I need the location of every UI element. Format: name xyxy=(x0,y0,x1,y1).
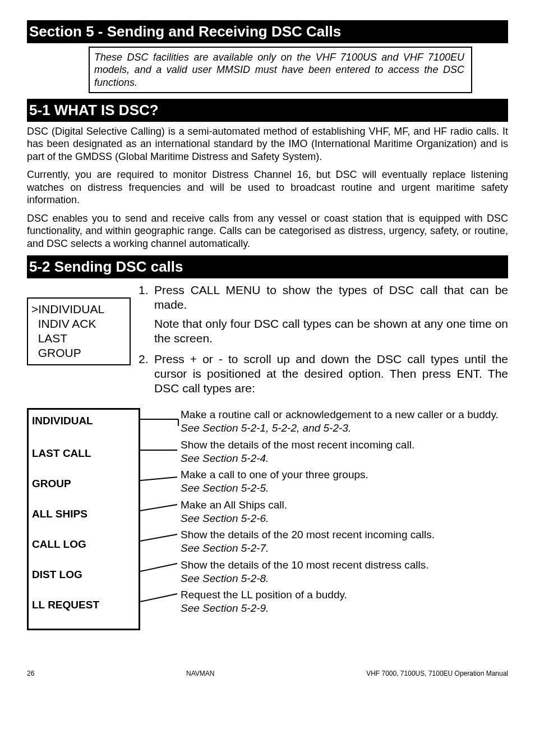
type-group: GROUP xyxy=(32,477,139,507)
desc-call-log: Show the details of the 20 most recent i… xyxy=(140,528,508,555)
desc-call-log-ref: See Section 5-2-7. xyxy=(181,542,508,555)
desc-group-ref: See Section 5-2-5. xyxy=(181,482,508,495)
steps-row: >INDIVIDUAL INDIV ACK LAST GROUP 1. Pres… xyxy=(27,283,508,401)
page-footer: 26 NAVMAN VHF 7000, 7100US, 7100EU Opera… xyxy=(27,670,508,678)
type-call-log: CALL LOG xyxy=(32,538,139,568)
step-2: 2. Press + or - to scroll up and down th… xyxy=(139,352,508,396)
paragraph-2: Currently, you are required to monitor D… xyxy=(27,168,508,207)
desc-ll-request: Request the LL position of a buddy. See … xyxy=(140,588,508,615)
section-title: Section 5 - Sending and Receiving DSC Ca… xyxy=(27,20,508,43)
desc-ll-request-text: Request the LL position of a buddy. xyxy=(181,588,508,602)
type-dist-log: DIST LOG xyxy=(32,568,139,598)
step-2-text: Press + or - to scroll up and down the D… xyxy=(154,352,508,396)
step-2-number: 2. xyxy=(139,352,154,396)
desc-ll-request-ref: See Section 5-2-9. xyxy=(181,602,508,615)
desc-last-call-ref: See Section 5-2-4. xyxy=(181,452,508,465)
desc-all-ships: Make an All Ships call. See Section 5-2-… xyxy=(140,498,508,525)
step-1-note: Note that only four DSC call types can b… xyxy=(154,317,508,346)
desc-all-ships-ref: See Section 5-2-6. xyxy=(181,512,508,525)
heading-5-1: 5-1 WHAT IS DSC? xyxy=(27,99,508,122)
paragraph-1: DSC (Digital Selective Calling) is a sem… xyxy=(27,125,508,163)
desc-all-ships-text: Make an All Ships call. xyxy=(181,498,508,512)
desc-group: Make a call to one of your three groups.… xyxy=(140,468,508,495)
call-types-descriptions: Make a routine call or acknowledgement t… xyxy=(140,408,508,630)
type-ll-request: LL REQUEST xyxy=(32,598,139,625)
step-1-text: Press CALL MENU to show the types of DSC… xyxy=(154,283,508,313)
desc-dist-log-ref: See Section 5-2-8. xyxy=(181,572,508,585)
desc-individual-ref: See Section 5-2-1, 5-2-2, and 5-2-3. xyxy=(181,422,351,434)
paragraph-3: DSC enables you to send and receive call… xyxy=(27,212,508,250)
page-number: 26 xyxy=(27,670,34,678)
desc-call-log-text: Show the details of the 20 most recent i… xyxy=(181,528,508,542)
call-types-list: INDIVIDUAL LAST CALL GROUP ALL SHIPS CAL… xyxy=(27,408,140,630)
type-last-call: LAST CALL xyxy=(32,447,139,477)
desc-last-call-text: Show the details of the most recent inco… xyxy=(181,438,508,452)
type-individual: INDIVIDUAL xyxy=(32,414,139,447)
desc-group-text: Make a call to one of your three groups. xyxy=(181,468,508,482)
call-types-table: INDIVIDUAL LAST CALL GROUP ALL SHIPS CAL… xyxy=(27,408,508,630)
lcd-menu-box: >INDIVIDUAL INDIV ACK LAST GROUP xyxy=(27,297,131,365)
desc-dist-log: Show the details of the 10 most recent d… xyxy=(140,558,508,585)
footer-brand: NAVMAN xyxy=(34,670,366,678)
step-1-number: 1. xyxy=(139,283,154,313)
desc-last-call: Show the details of the most recent inco… xyxy=(140,438,508,465)
dsc-availability-note: These DSC facilities are available only … xyxy=(89,47,472,94)
footer-doc-title: VHF 7000, 7100US, 7100EU Operation Manua… xyxy=(366,670,508,678)
desc-individual: Make a routine call or acknowledgement t… xyxy=(140,408,508,435)
desc-dist-log-text: Show the details of the 10 most recent d… xyxy=(181,558,508,572)
steps-list: 1. Press CALL MENU to show the types of … xyxy=(139,283,508,401)
heading-5-2: 5-2 Sending DSC calls xyxy=(27,255,508,278)
type-all-ships: ALL SHIPS xyxy=(32,507,139,538)
desc-individual-text: Make a routine call or acknowledgement t… xyxy=(181,409,499,420)
step-1: 1. Press CALL MENU to show the types of … xyxy=(139,283,508,313)
